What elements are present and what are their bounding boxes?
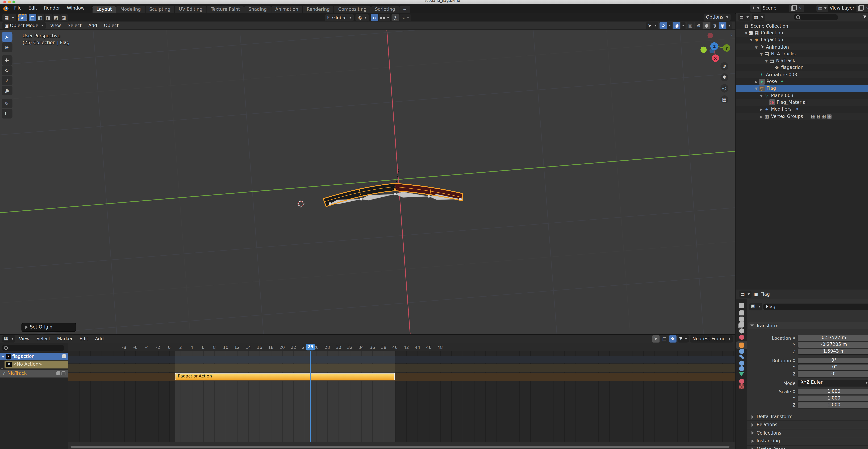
panel-relations[interactable]: Relations∷∷ xyxy=(747,420,868,428)
panel-motion-paths[interactable]: Motion Paths∷∷ xyxy=(747,445,868,449)
workspace-tab-animation[interactable]: Animation xyxy=(271,5,302,13)
orthographic-grid-icon[interactable]: ▦ xyxy=(720,95,728,103)
properties-editor-type-dropdown[interactable]: ▤ xyxy=(739,291,751,298)
active-tool-icon[interactable]: ➤ xyxy=(18,14,27,21)
outliner-row-nlatrack[interactable]: ▼▤NlaTrack xyxy=(736,57,868,64)
track-mute-checkbox[interactable]: ✓ xyxy=(56,371,60,376)
object-name-field[interactable]: Flag xyxy=(763,303,868,310)
outliner-filter-dropdown[interactable]: ▼ xyxy=(862,14,868,21)
collection-checkbox[interactable]: ✓ xyxy=(748,31,752,35)
shading-dropdown[interactable] xyxy=(727,22,732,29)
transform-panel-header[interactable]: Transform ∷∷ xyxy=(748,322,868,329)
view-layer-selector[interactable]: ▤ View Layer ✕ xyxy=(816,5,868,11)
workspace-tab-sculpting[interactable]: Sculpting xyxy=(145,5,174,13)
nla-lane-area[interactable]: flagactionAction xyxy=(68,351,735,443)
nla-search-input[interactable] xyxy=(2,345,64,351)
mode-dropdown[interactable]: ▣ Object Mode xyxy=(2,22,45,29)
viewport-menu-add[interactable]: Add xyxy=(86,22,100,29)
lock-icon[interactable] xyxy=(61,371,65,375)
nla-box-select-icon[interactable]: □ xyxy=(661,335,668,342)
outliner-row-scene-collection[interactable]: ▦Scene Collection xyxy=(736,23,868,30)
nla-menu-marker[interactable]: Marker xyxy=(54,335,75,342)
cursor-tool[interactable]: ⊕ xyxy=(1,42,12,52)
select-box-tool[interactable]: ➤ xyxy=(1,32,12,42)
navigation-gizmo[interactable]: Z Y X xyxy=(701,33,730,62)
workspace-tab-modeling[interactable]: Modeling xyxy=(116,5,145,13)
properties-tab-texture[interactable] xyxy=(736,383,747,391)
field-value[interactable]: 0° xyxy=(798,358,868,363)
scene-icon[interactable]: ✦ xyxy=(750,5,761,11)
outliner-search-input[interactable] xyxy=(794,14,838,20)
transform-orientation-dropdown[interactable]: ⇱ Global xyxy=(325,14,354,21)
outliner-row-collection[interactable]: ▼✓▦Collection xyxy=(736,30,868,36)
scale-tool[interactable]: ↗ xyxy=(1,76,12,85)
add-workspace-button[interactable]: + xyxy=(400,5,410,13)
view-layer-name[interactable]: View Layer xyxy=(828,5,856,11)
nla-ruler[interactable]: -8-6-4-202468101214161820222426283032343… xyxy=(68,343,735,351)
proportional-edit-toggle[interactable]: ◎ xyxy=(392,14,399,21)
field-value[interactable]: 1.000 xyxy=(798,402,868,408)
viewport-menu-select[interactable]: Select xyxy=(65,22,85,29)
scene-selector[interactable]: ✦ Scene ✕ xyxy=(750,5,813,11)
annotate-tool[interactable]: ✎ xyxy=(1,99,12,108)
outliner-row-flag[interactable]: ▼▽Flag xyxy=(736,85,868,92)
field-value[interactable]: XYZ Euler xyxy=(798,380,868,386)
menu-window[interactable]: Window xyxy=(64,5,87,12)
remove-view-layer-icon[interactable]: ✕ xyxy=(864,5,868,11)
outliner-row-plane-003[interactable]: ▼▽Plane.003 xyxy=(736,92,868,99)
nla-filter-dropdown[interactable]: ▼ xyxy=(678,335,689,342)
xray-toggle[interactable]: ▣ xyxy=(687,22,694,29)
workspace-tab-scripting[interactable]: Scripting xyxy=(371,5,399,13)
panel-collections[interactable]: Collections∷∷ xyxy=(747,428,868,437)
pan-hand-icon[interactable]: ✱ xyxy=(720,73,728,81)
workspace-tab-texture-paint[interactable]: Texture Paint xyxy=(207,5,244,13)
outliner-row-flagaction[interactable]: ▼✶flagaction xyxy=(736,36,868,43)
snap-mode-dropdown[interactable]: Nearest Frame xyxy=(690,335,733,342)
current-frame-badge[interactable]: 25 xyxy=(306,343,315,350)
nla-action-icon[interactable]: ❖ xyxy=(669,335,676,342)
shading-material-button[interactable]: ◑ xyxy=(711,22,718,29)
menu-file[interactable]: File xyxy=(11,5,25,12)
field-value[interactable]: 0.57527 m xyxy=(798,335,868,341)
zoom-icon[interactable]: ⊕ xyxy=(720,62,728,70)
properties-tab-world[interactable] xyxy=(736,333,747,341)
unlink-scene-icon[interactable]: ✕ xyxy=(797,5,804,11)
object-id-icon-dropdown[interactable]: ▣ xyxy=(749,303,762,310)
panel-instancing[interactable]: Instancing∷∷ xyxy=(747,437,868,445)
outliner-display-mode-dropdown[interactable]: ▦ xyxy=(752,14,765,21)
workspace-tab-uv-editing[interactable]: UV Editing xyxy=(175,5,206,13)
outliner-row-armature-003[interactable]: ✶Armature.003 xyxy=(736,71,868,78)
snap-options-dropdown[interactable]: ▪▪ xyxy=(379,14,390,21)
copy-view-layer-icon[interactable] xyxy=(856,5,864,11)
proportional-falloff-dropdown[interactable]: ∿ xyxy=(400,14,411,21)
gizmos-dropdown[interactable] xyxy=(667,22,672,29)
properties-tab-tool[interactable] xyxy=(736,301,747,309)
sidebar-collapse-arrow[interactable]: ‹ xyxy=(730,32,733,37)
outliner-row-vertex-groups[interactable]: ▶▦Vertex Groups▦▦▦▦ xyxy=(736,113,868,120)
field-value[interactable]: -0.27205 m xyxy=(798,342,868,348)
menu-render[interactable]: Render xyxy=(41,5,63,12)
nla-track-row[interactable]: ☆ NlaTrack ✓ xyxy=(0,369,67,377)
nla-tweak-tool-icon[interactable]: ➤ xyxy=(652,335,659,342)
gizmos-toggle[interactable]: ↺ xyxy=(659,22,667,29)
overlays-dropdown[interactable] xyxy=(681,22,686,29)
field-value[interactable]: 0° xyxy=(798,371,868,377)
outliner-row-animation[interactable]: ▼↷Animation xyxy=(736,43,868,50)
select-mode-intersect-button[interactable]: ◪ xyxy=(60,14,67,21)
pivot-point-dropdown[interactable]: ◎ xyxy=(355,14,369,21)
nla-menu-view[interactable]: View xyxy=(16,335,32,342)
viewport-canvas[interactable]: Z Y X User Perspective (25) Collection |… xyxy=(0,30,735,334)
solo-star-icon[interactable]: ☆ xyxy=(2,371,6,376)
outliner-editor-type-dropdown[interactable]: ▤ xyxy=(738,14,750,21)
outliner-row-flag_material[interactable]: ◑Flag_Material xyxy=(736,99,868,106)
field-value[interactable]: -0° xyxy=(798,364,868,370)
nla-action-track-row[interactable]: ❖ <No Action> xyxy=(4,361,68,368)
nla-menu-add[interactable]: Add xyxy=(92,335,106,342)
options-dropdown[interactable]: Options xyxy=(704,13,731,21)
copy-scene-icon[interactable] xyxy=(789,5,797,11)
outliner-row-pose[interactable]: ▶✦Pose✦ xyxy=(736,78,868,85)
blender-logo-icon[interactable] xyxy=(3,6,8,10)
transform-tool[interactable]: ◉ xyxy=(1,86,12,95)
snap-toggle[interactable]: ∩ xyxy=(371,14,378,21)
nla-menu-edit[interactable]: Edit xyxy=(77,335,91,342)
